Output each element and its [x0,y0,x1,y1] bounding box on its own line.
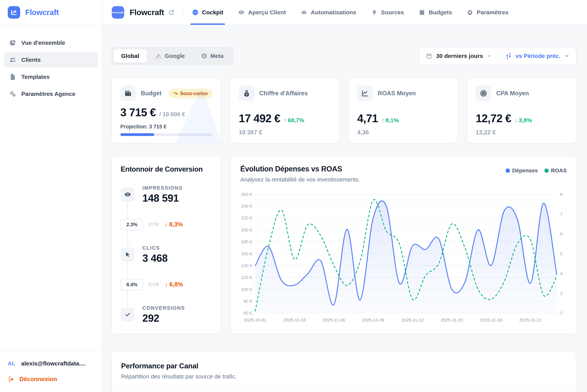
user-account[interactable]: AL alexis@flowcraftdata.... [8,359,94,376]
funnel-step-clics: CLICS 3 468 [121,245,212,264]
performance-table-card: Performance par Canal Répartition des ré… [112,352,576,392]
sidebar-item-parametres-agence[interactable]: Paramètres Agence [4,86,98,102]
eye-icon [121,188,135,202]
line-chart-svg: 60 €80 €100 €120 €140 €160 €180 €200 €22… [240,188,567,327]
plug-icon [371,9,378,16]
svg-text:8: 8 [560,192,562,197]
kpi-cards: Budget Sous-conso 3 715 € / 10 000 € Pro… [112,78,576,143]
compare-arrows-icon [506,53,512,59]
legend-dot [506,168,510,173]
kpi-previous-value: 10 367 € [239,129,331,136]
kpi-value: 12,72 € [476,112,511,125]
segment-global[interactable]: Global [113,49,147,63]
tab-label: Aperçu Client [248,9,286,16]
tab-label: Cockpit [202,9,223,16]
svg-text:140 €: 140 € [241,263,252,268]
gauge-icon [192,9,198,16]
chart-legend: Dépenses ROAS [506,168,567,174]
svg-text:260 €: 260 € [241,192,252,197]
kpi-value: 3 715 € [120,106,156,119]
kpi-previous-value: 4,36 [357,129,449,136]
eye-icon [238,9,245,16]
dashboard-content: Global Google [102,25,587,392]
metric-delta-down: ↓ 8,3% [164,221,183,228]
segment-google[interactable]: Google [148,49,192,63]
tab-budgets[interactable]: Budgets [419,0,452,25]
sidebar-item-templates[interactable]: Templates [4,69,98,84]
user-email: alexis@flowcraftdata.... [21,360,86,367]
svg-text:60 €: 60 € [244,310,252,316]
file-icon [9,73,16,80]
tab-label: Sources [381,9,404,16]
logout-label: Déconnexion [19,376,57,383]
svg-text:120 €: 120 € [241,275,252,280]
chevron-down-icon [564,54,569,58]
cursor-icon [121,248,135,262]
tab-automatisations[interactable]: Automatisations [301,0,356,25]
facebook-icon [201,53,207,59]
kpi-title: ROAS Moyen [378,90,416,97]
arrow-up-icon: ↑ [284,117,286,124]
arrow-up-icon: ↑ [382,117,384,124]
legend-item-roas[interactable]: ROAS [544,168,567,174]
kpi-card-budget: Budget Sous-conso 3 715 € / 10 000 € Pro… [112,78,221,143]
sidebar-item-clients[interactable]: Clients [4,52,98,68]
conversion-rate-pill: 2.3% [121,219,143,230]
divider [183,7,184,18]
svg-text:$: $ [246,93,248,96]
sidebar-item-label: Clients [21,56,41,63]
external-link-icon[interactable] [168,9,174,16]
badge-label: Sous-conso [180,91,208,96]
funnel-body: IMPRESSIONS 148 591 2.3% CTR ↓ 8,3% [121,185,212,326]
funnel-step-conversions: CONVERSIONS 292 [121,305,212,324]
client-tabs: Cockpit Aperçu Client [192,0,508,25]
date-range-button[interactable]: 30 derniers jours [420,47,498,65]
tab-apercu-client[interactable]: Aperçu Client [238,0,286,25]
funnel-step-impressions: IMPRESSIONS 148 591 [121,185,212,204]
kpi-card-chiffre-daffaires: $ Chiffre d'Affaires 17 492 € ↑ 68,7% 10… [230,78,340,143]
sidebar: Flowcraft Vue d'ensemble Clients [0,0,102,392]
kpi-card-roas-moyen: ROAS Moyen 4,71 ↑ 8,1% 4,36 [348,78,458,143]
svg-text:2025-10-31: 2025-10-31 [244,318,266,322]
funnel-step-value: 292 [142,312,185,324]
funnel-step-label: CONVERSIONS [142,305,185,311]
svg-text:6: 6 [560,231,562,236]
budget-progress-fill [120,133,154,136]
tab-cockpit[interactable]: Cockpit [192,0,223,25]
svg-text:2025-11-06: 2025-11-06 [323,318,345,322]
legend-item-depenses[interactable]: Dépenses [506,168,538,174]
compare-period-button[interactable]: vs Période préc. [499,47,576,65]
client-avatar: Flowcraft. [112,6,124,18]
legend-dot [544,168,549,173]
conversion-funnel-card: Entonnoir de Conversion IMPRESSIONS 1 [112,156,221,334]
svg-text:80 €: 80 € [244,299,252,304]
funnel-connector-ctr: 2.3% CTR ↓ 8,3% [121,219,212,230]
svg-text:3: 3 [560,291,562,296]
logout-icon [8,376,15,383]
sidebar-item-vue-densemble[interactable]: Vue d'ensemble [4,35,98,50]
spend-vs-roas-chart-card: Évolution Dépenses vs ROAS Analysez la r… [230,156,576,334]
metric-delta-down: ↓ 6,8% [165,281,183,288]
pie-chart-icon [9,39,16,46]
funnel-connector-cvr: 8.4% CVR ↓ 6,8% [121,279,212,290]
svg-text:2025-11-21: 2025-11-21 [520,318,542,322]
sidebar-item-label: Vue d'ensemble [21,40,65,46]
funnel-step-value: 148 591 [142,192,183,204]
avatar: AL [8,360,15,367]
svg-text:2025-11-09: 2025-11-09 [362,318,384,322]
users-icon [9,56,16,64]
tab-parametres[interactable]: Paramètres [467,0,508,25]
svg-text:2025-11-15: 2025-11-15 [441,318,463,322]
table-subtitle: Répartition des résultats par source de … [121,373,567,380]
status-badge: Sous-conso [169,89,212,98]
tab-label: Budgets [429,9,452,16]
kpi-title: Chiffre d'Affaires [260,90,308,97]
chart-line-icon [357,86,373,101]
kpi-delta-up: ↑ 8,1% [382,117,399,124]
gears-icon [9,90,16,98]
logout-button[interactable]: Déconnexion [8,376,94,383]
segment-meta[interactable]: Meta [193,49,231,63]
kpi-card-cpa-moyen: CPA Moyen 12,72 € ↓ 3,8% 13,22 € [467,78,576,143]
tab-sources[interactable]: Sources [371,0,404,25]
metric-label: CTR [148,222,159,228]
